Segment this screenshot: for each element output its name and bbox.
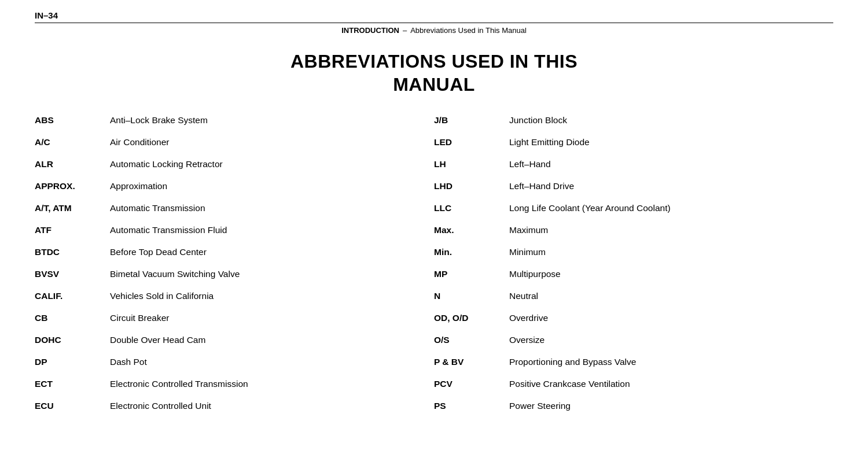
- page-title: ABBREVIATIONS USED IN THIS MANUAL: [35, 50, 833, 96]
- list-item: O/SOversize: [434, 332, 833, 354]
- list-item: ECUElectronic Controlled Unit: [35, 398, 434, 420]
- abbrev-meaning: Air Conditioner: [110, 137, 170, 147]
- list-item: LEDLight Emitting Diode: [434, 134, 833, 156]
- header-rule: [35, 23, 833, 23]
- list-item: Max.Maximum: [434, 222, 833, 244]
- abbrev-meaning: Bimetal Vacuum Switching Valve: [110, 269, 240, 279]
- abbrev-meaning: Electronic Controlled Unit: [110, 401, 211, 411]
- list-item: ABSAnti–Lock Brake System: [35, 112, 434, 134]
- list-item: PSPower Steering: [434, 398, 833, 420]
- abbrev-meaning: Automatic Transmission Fluid: [110, 225, 227, 235]
- abbrev-code: DOHC: [35, 335, 110, 345]
- abbrev-meaning: Oversize: [509, 335, 545, 345]
- abbrev-meaning: Approximation: [110, 181, 167, 191]
- list-item: BTDCBefore Top Dead Center: [35, 244, 434, 266]
- abbrev-meaning: Left–Hand Drive: [509, 181, 574, 191]
- abbrev-code: LLC: [434, 203, 509, 213]
- list-item: J/BJunction Block: [434, 112, 833, 134]
- abbrev-meaning: Left–Hand: [509, 159, 551, 169]
- list-item: DOHCDouble Over Head Cam: [35, 332, 434, 354]
- list-item: CBCircuit Breaker: [35, 310, 434, 332]
- title-line2: MANUAL: [393, 74, 475, 95]
- abbrev-meaning: Anti–Lock Brake System: [110, 115, 208, 126]
- abbrev-code: Min.: [434, 247, 509, 257]
- list-item: P & BVProportioning and Bypass Valve: [434, 354, 833, 376]
- abbrev-meaning: Minimum: [509, 247, 546, 257]
- abbrev-meaning: Neutral: [509, 291, 538, 301]
- list-item: LLCLong Life Coolant (Year Around Coolan…: [434, 200, 833, 222]
- list-item: A/CAir Conditioner: [35, 134, 434, 156]
- list-item: APPROX.Approximation: [35, 178, 434, 200]
- header-intro: INTRODUCTION: [341, 26, 399, 35]
- abbrev-code: A/T, ATM: [35, 203, 110, 213]
- abbrev-meaning: Automatic Transmission: [110, 203, 205, 213]
- abbrev-code: DP: [35, 357, 110, 367]
- abbrev-code: Max.: [434, 225, 509, 235]
- abbrev-meaning: Double Over Head Cam: [110, 335, 205, 345]
- list-item: BVSVBimetal Vacuum Switching Valve: [35, 266, 434, 288]
- abbrev-code: MP: [434, 269, 509, 279]
- list-item: PCVPositive Crankcase Ventilation: [434, 376, 833, 398]
- abbrev-meaning: Electronic Controlled Transmission: [110, 379, 248, 389]
- abbrev-meaning: Circuit Breaker: [110, 313, 170, 323]
- list-item: ECTElectronic Controlled Transmission: [35, 376, 434, 398]
- abbrev-code: A/C: [35, 137, 110, 147]
- left-column: ABSAnti–Lock Brake SystemA/CAir Conditio…: [35, 112, 434, 420]
- list-item: ALRAutomatic Locking Retractor: [35, 156, 434, 178]
- list-item: Min.Minimum: [434, 244, 833, 266]
- list-item: ATFAutomatic Transmission Fluid: [35, 222, 434, 244]
- abbrev-meaning: Positive Crankcase Ventilation: [509, 379, 630, 389]
- abbrev-code: ABS: [35, 115, 110, 126]
- page-number: IN–34: [35, 10, 833, 20]
- abbrev-code: ECT: [35, 379, 110, 389]
- abbrev-meaning: Automatic Locking Retractor: [110, 159, 223, 169]
- list-item: CALIF.Vehicles Sold in California: [35, 288, 434, 310]
- abbrev-code: CB: [35, 313, 110, 323]
- abbrev-meaning: Power Steering: [509, 401, 571, 411]
- right-column: J/BJunction BlockLEDLight Emitting Diode…: [434, 112, 833, 420]
- abbrev-code: LED: [434, 137, 509, 147]
- abbrev-meaning: Dash Pot: [110, 357, 147, 367]
- abbrev-code: ATF: [35, 225, 110, 235]
- abbrev-meaning: Junction Block: [509, 115, 567, 126]
- list-item: LHDLeft–Hand Drive: [434, 178, 833, 200]
- list-item: NNeutral: [434, 288, 833, 310]
- abbrev-code: ECU: [35, 401, 110, 411]
- abbrev-meaning: Light Emitting Diode: [509, 137, 590, 147]
- list-item: A/T, ATMAutomatic Transmission: [35, 200, 434, 222]
- abbrev-code: BTDC: [35, 247, 110, 257]
- abbrev-code: PS: [434, 401, 509, 411]
- header-line: INTRODUCTION – Abbreviations Used in Thi…: [35, 24, 833, 39]
- list-item: OD, O/DOverdrive: [434, 310, 833, 332]
- abbrev-meaning: Proportioning and Bypass Valve: [509, 357, 636, 367]
- title-line1: ABBREVIATIONS USED IN THIS: [290, 51, 578, 72]
- list-item: DPDash Pot: [35, 354, 434, 376]
- abbrev-meaning: Maximum: [509, 225, 548, 235]
- abbrev-code: BVSV: [35, 269, 110, 279]
- abbrev-meaning: Multipurpose: [509, 269, 561, 279]
- list-item: LHLeft–Hand: [434, 156, 833, 178]
- abbrev-meaning: Overdrive: [509, 313, 548, 323]
- abbrev-code: APPROX.: [35, 181, 110, 191]
- abbrev-code: ALR: [35, 159, 110, 169]
- abbrev-code: CALIF.: [35, 291, 110, 301]
- abbreviations-table: ABSAnti–Lock Brake SystemA/CAir Conditio…: [35, 112, 833, 420]
- abbrev-code: O/S: [434, 335, 509, 345]
- abbrev-meaning: Long Life Coolant (Year Around Coolant): [509, 203, 671, 213]
- abbrev-code: OD, O/D: [434, 313, 509, 323]
- abbrev-code: LHD: [434, 181, 509, 191]
- list-item: MPMultipurpose: [434, 266, 833, 288]
- abbrev-code: P & BV: [434, 357, 509, 367]
- header-sep: –: [403, 26, 407, 35]
- abbrev-meaning: Vehicles Sold in California: [110, 291, 214, 301]
- abbrev-code: LH: [434, 159, 509, 169]
- abbrev-code: PCV: [434, 379, 509, 389]
- abbrev-code: N: [434, 291, 509, 301]
- abbrev-meaning: Before Top Dead Center: [110, 247, 207, 257]
- header-subtitle: Abbreviations Used in This Manual: [410, 26, 527, 35]
- abbrev-code: J/B: [434, 115, 509, 126]
- page-container: IN–34 INTRODUCTION – Abbreviations Used …: [0, 0, 868, 437]
